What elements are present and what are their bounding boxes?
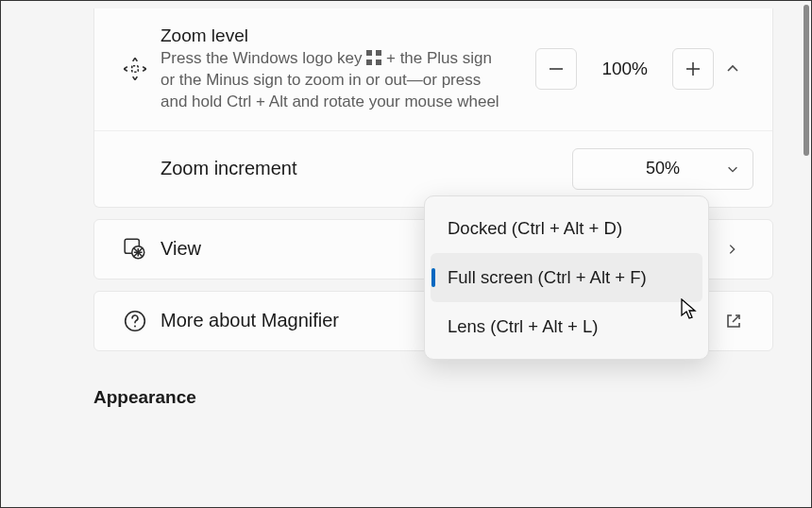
chevron-right-icon xyxy=(725,243,753,256)
zoom-level-description: Press the Windows logo key + the Plus si… xyxy=(161,48,500,113)
zoom-level-title: Zoom level xyxy=(161,25,535,46)
zoom-value: 100% xyxy=(588,59,661,79)
zoom-in-button[interactable] xyxy=(672,48,714,90)
windows-logo-icon xyxy=(366,50,381,65)
zoom-increment-title: Zoom increment xyxy=(161,158,572,179)
appearance-heading: Appearance xyxy=(93,387,802,408)
zoom-level-card: Zoom level Press the Windows logo key + … xyxy=(93,8,773,208)
zoom-increment-select[interactable]: 50% xyxy=(572,148,753,190)
collapse-chevron-icon[interactable] xyxy=(725,61,753,76)
svg-rect-0 xyxy=(132,66,139,73)
external-link-icon xyxy=(725,313,753,330)
scrollbar-thumb[interactable] xyxy=(804,5,809,156)
view-dropdown-menu: Docked (Ctrl + Alt + D) Full screen (Ctr… xyxy=(424,195,709,360)
svg-point-7 xyxy=(134,325,136,327)
zoom-increment-value: 50% xyxy=(646,159,680,178)
menu-item-full-screen[interactable]: Full screen (Ctrl + Alt + F) xyxy=(431,253,702,302)
zoom-level-text: Zoom level Press the Windows logo key + … xyxy=(155,25,535,113)
menu-item-docked[interactable]: Docked (Ctrl + Alt + D) xyxy=(431,204,702,253)
help-icon xyxy=(115,309,155,333)
zoom-controls: 100% xyxy=(535,48,753,90)
move-icon xyxy=(115,56,155,82)
zoom-level-row: Zoom level Press the Windows logo key + … xyxy=(94,8,772,130)
view-icon xyxy=(115,237,155,262)
zoom-out-button[interactable] xyxy=(535,48,577,90)
menu-item-lens[interactable]: Lens (Ctrl + Alt + L) xyxy=(431,302,702,351)
chevron-down-icon xyxy=(726,162,739,176)
cursor-icon xyxy=(681,298,700,323)
